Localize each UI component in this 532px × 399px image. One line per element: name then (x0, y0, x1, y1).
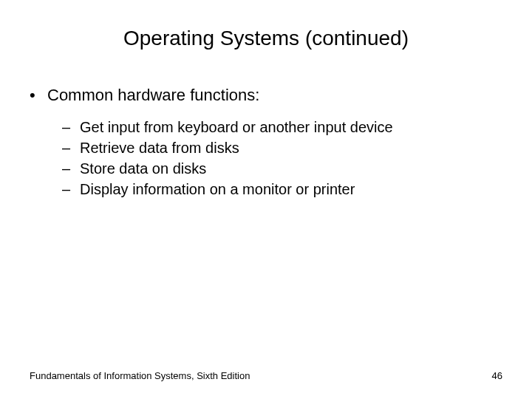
bullet-sub: Display information on a monitor or prin… (62, 179, 502, 200)
bullet-sub: Get input from keyboard or another input… (62, 117, 502, 137)
sublist: Get input from keyboard or another input… (30, 117, 502, 200)
content-area: Common hardware functions: Get input fro… (30, 86, 502, 200)
bullet-main: Common hardware functions: (30, 86, 502, 105)
slide-title: Operating Systems (continued) (30, 27, 502, 50)
footer: Fundamentals of Information Systems, Six… (30, 370, 502, 381)
bullet-sub: Store data on disks (62, 158, 502, 179)
page-number: 46 (492, 370, 502, 381)
bullet-sub: Retrieve data from disks (62, 137, 502, 158)
slide-container: Operating Systems (continued) Common har… (0, 0, 532, 399)
footer-text: Fundamentals of Information Systems, Six… (30, 370, 250, 381)
